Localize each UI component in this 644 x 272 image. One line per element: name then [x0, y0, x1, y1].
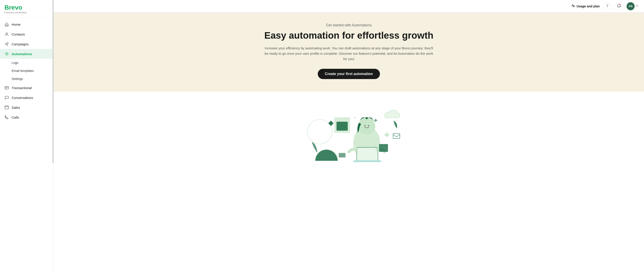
main-nav: Home Contacts Campaigns [0, 18, 54, 124]
avatar: AS [626, 2, 634, 10]
svg-rect-12 [357, 147, 378, 161]
user-menu[interactable]: AS [626, 2, 639, 10]
sidebar-item-conversations[interactable]: Conversations [0, 93, 54, 102]
hero-title: Easy automation for effortless growth [62, 30, 635, 41]
sales-icon [4, 105, 9, 110]
transactional-icon [4, 85, 9, 90]
sidebar: Brevo Formerly sendinblue Home Contacts [0, 0, 54, 272]
sidebar-sub-email-templates[interactable]: Email templates [0, 67, 54, 75]
svg-rect-2 [5, 86, 8, 89]
sidebar-item-contacts-label: Contacts [12, 32, 25, 36]
sidebar-item-sales-label: Sales [12, 106, 20, 109]
bell-icon [617, 4, 621, 9]
brand-formerly: Formerly sendinblue [4, 11, 49, 14]
sidebar-item-calls[interactable]: Calls [0, 112, 54, 122]
usage-and-plan-button[interactable]: Usage and plan [571, 4, 600, 8]
hero-subtitle: Get started with Automations [62, 23, 635, 27]
svg-point-11 [368, 125, 369, 126]
sidebar-item-sales[interactable]: Sales [0, 102, 54, 112]
svg-point-1 [6, 53, 8, 54]
svg-rect-15 [393, 134, 400, 138]
chevron-down-icon [636, 4, 639, 8]
automation-illustration [291, 100, 407, 163]
notifications-button[interactable] [615, 2, 623, 10]
sidebar-item-home[interactable]: Home [0, 19, 54, 29]
svg-rect-7 [336, 122, 348, 131]
sidebar-scrollbar [52, 0, 54, 163]
sidebar-sub-settings-label: Settings [12, 77, 23, 81]
home-icon [4, 22, 9, 26]
svg-point-4 [620, 4, 620, 5]
automations-icon [4, 52, 9, 56]
svg-rect-3 [5, 106, 8, 109]
conversations-icon [4, 95, 9, 100]
sidebar-item-transactional-label: Transactional [12, 86, 32, 90]
calls-icon [4, 115, 9, 119]
hero-banner: Get started with Automations Easy automa… [54, 12, 644, 92]
usage-and-plan-label: Usage and plan [577, 4, 600, 8]
sidebar-item-automations[interactable]: Automations [0, 49, 54, 59]
logo-area: Brevo Formerly sendinblue [0, 0, 54, 18]
topbar: Usage and plan ? AS [54, 0, 644, 12]
sidebar-item-transactional[interactable]: Transactional [0, 83, 54, 93]
illustration-area [54, 92, 644, 172]
main-content: Usage and plan ? AS [54, 0, 644, 272]
help-button[interactable]: ? [603, 2, 611, 10]
sidebar-item-campaigns[interactable]: Campaigns [0, 39, 54, 49]
page-content: Get started with Automations Easy automa… [54, 12, 644, 272]
svg-point-0 [6, 33, 8, 34]
sidebar-item-automations-label: Automations [12, 52, 32, 56]
sidebar-sub-logs-label: Logs [12, 61, 18, 64]
svg-rect-13 [353, 160, 381, 162]
pulse-icon [571, 4, 575, 8]
sidebar-item-contacts[interactable]: Contacts [0, 29, 54, 39]
brand-logo: Brevo [4, 4, 49, 11]
sidebar-item-campaigns-label: Campaigns [12, 42, 28, 46]
sidebar-sub-email-templates-label: Email templates [12, 69, 34, 73]
sidebar-sub-settings[interactable]: Settings [0, 75, 54, 83]
svg-rect-14 [379, 144, 388, 152]
hero-description: Increase your efficiency by automating w… [264, 45, 434, 62]
svg-point-9 [358, 118, 375, 135]
svg-point-10 [364, 125, 366, 126]
sidebar-item-home-label: Home [12, 22, 20, 26]
create-first-automation-button[interactable]: Create your first automation [318, 69, 380, 79]
sidebar-item-conversations-label: Conversations [12, 96, 33, 100]
campaigns-icon [4, 42, 9, 46]
sidebar-sub-logs[interactable]: Logs [0, 59, 54, 67]
sidebar-item-calls-label: Calls [12, 115, 19, 119]
svg-rect-16 [339, 153, 346, 157]
question-mark-icon: ? [606, 4, 608, 8]
contacts-icon [4, 32, 9, 36]
